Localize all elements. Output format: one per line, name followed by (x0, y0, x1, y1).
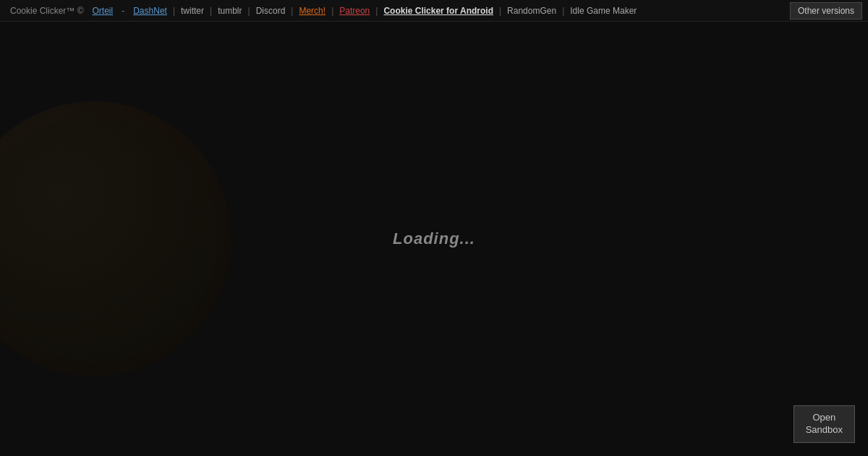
merch-link[interactable]: Merch! (294, 6, 330, 16)
sep1: | (171, 6, 176, 16)
sep8: | (561, 6, 566, 16)
open-sandbox-button[interactable]: Open Sandbox (793, 405, 855, 443)
idle-game-maker-link[interactable]: Idle Game Maker (566, 6, 641, 16)
open-sandbox-line1: Open (812, 412, 835, 423)
sep5: | (330, 6, 335, 16)
orteil-link[interactable]: Orteil (88, 6, 118, 16)
other-versions-button[interactable]: Other versions (790, 2, 862, 20)
sep6: | (374, 6, 379, 16)
top-bar: Cookie Clicker™ © Orteil - DashNet | twi… (0, 0, 868, 22)
sep2: | (208, 6, 213, 16)
dash-separator: - (117, 6, 129, 16)
randomgen-link[interactable]: RandomGen (503, 6, 561, 16)
cookie-decoration (0, 101, 231, 376)
sep7: | (498, 6, 503, 16)
sep3: | (247, 6, 252, 16)
open-sandbox-line2: Sandbox (806, 424, 843, 435)
main-content: Loading... Open Sandbox (0, 22, 868, 456)
android-link[interactable]: Cookie Clicker for Android (379, 6, 498, 16)
sep4: | (289, 6, 294, 16)
dashnet-link[interactable]: DashNet (129, 6, 171, 16)
loading-text: Loading... (393, 229, 475, 248)
discord-link[interactable]: Discord (252, 6, 290, 16)
twitter-link[interactable]: twitter (176, 6, 208, 16)
copyright-text: Cookie Clicker™ © (6, 6, 88, 16)
tumblr-link[interactable]: tumblr (213, 6, 246, 16)
patreon-link[interactable]: Patreon (335, 6, 374, 16)
